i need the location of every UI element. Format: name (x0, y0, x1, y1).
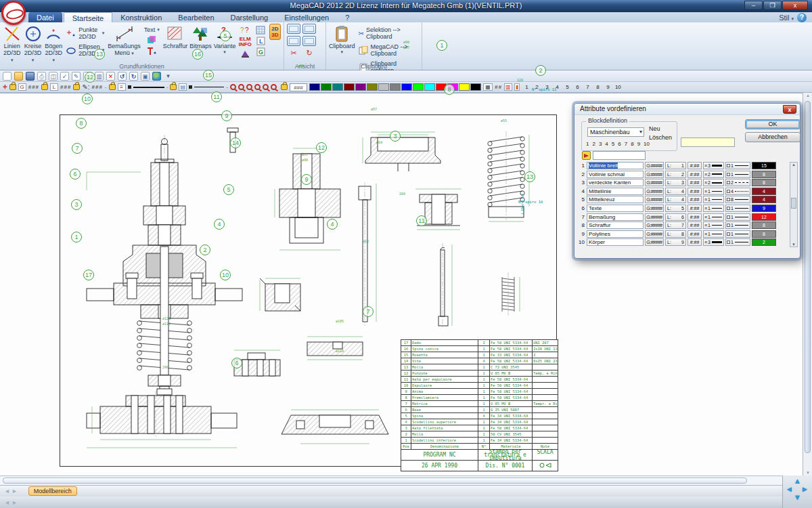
linetype-button[interactable]: 1 (725, 238, 750, 246)
color-swatch-10[interactable] (413, 83, 424, 91)
color-cell[interactable]: 8 (752, 230, 776, 238)
punkte-button[interactable]: Punkte 2D/3D▾ (65, 26, 106, 41)
block-number-2[interactable]: 2 (592, 141, 595, 147)
group-button[interactable]: G:##### (645, 205, 664, 212)
lock-icon[interactable] (9, 84, 16, 90)
color-cell[interactable]: 2 (752, 238, 776, 246)
close-button[interactable]: x (782, 1, 808, 10)
group-button[interactable]: G:##### (645, 171, 664, 178)
block-name-input[interactable] (681, 137, 735, 147)
text-3d-icon[interactable] (147, 36, 157, 45)
open-folder-icon[interactable] (14, 72, 23, 81)
linien-button[interactable]: Linien 2D/3D ▾ (3, 24, 22, 62)
snap-number-3[interactable]: 3 (542, 84, 552, 90)
attribute-name-input[interactable]: Polylines (587, 230, 644, 238)
pan-left-icon[interactable]: ◄ (786, 485, 793, 493)
linetype-button[interactable]: 1 (725, 171, 750, 178)
linetype-button[interactable]: 1 (725, 205, 750, 212)
attribute-name-input[interactable]: Mittelkreuz (587, 196, 644, 203)
loeschen-label[interactable]: Löschen (649, 134, 672, 141)
hash-button[interactable]: #:## (687, 238, 702, 246)
tab-modellbereich[interactable]: Modellbereich (28, 486, 77, 496)
attribute-magic-icon[interactable]: ?? (240, 26, 250, 35)
layer-button[interactable]: L:7 (665, 221, 686, 229)
view-copy-icon[interactable] (302, 24, 316, 34)
pan-down-icon[interactable]: ▼ (794, 493, 801, 501)
group-value[interactable]: ### (28, 84, 39, 90)
dialog-scrollbar-thumb[interactable] (791, 198, 796, 209)
pen-value[interactable]: ### (92, 84, 103, 90)
hash-button[interactable]: #:## (687, 171, 702, 178)
minimize-button[interactable]: – (744, 1, 763, 10)
megacad-clipboard-button[interactable]: MegaCAD --> Clipboard (357, 43, 419, 58)
more-dropdown-icon[interactable]: ▾ (164, 72, 173, 81)
dialog-close-button[interactable]: x (783, 105, 796, 114)
tab-startseite[interactable]: Startseite (64, 12, 112, 22)
linetype-button[interactable]: 1 (725, 221, 750, 229)
zoom-tool-icon[interactable] (271, 84, 277, 90)
elm-info-button[interactable]: ELM INFO (238, 37, 252, 47)
layer-button[interactable]: L:1 (665, 162, 686, 169)
hash-button[interactable]: #:## (687, 230, 702, 238)
attribute-name-input[interactable]: Schraffur (587, 221, 644, 229)
color-swatch-12[interactable] (436, 83, 447, 91)
horizontal-scrollbar[interactable] (0, 475, 793, 485)
2d-3d-toggle[interactable]: 2D3D (269, 24, 281, 40)
clipboard-button[interactable]: Clipboard ▾ (329, 24, 355, 62)
block-number-6[interactable]: 6 (618, 141, 621, 147)
view-window-icon[interactable] (287, 24, 300, 34)
group-button[interactable]: G:##### (645, 238, 664, 246)
linetype-icon[interactable]: ▤ (179, 83, 187, 91)
stripe-icon[interactable]: ▮ (514, 83, 520, 91)
group-button[interactable]: G:##### (645, 196, 664, 203)
color-swatch-7[interactable] (378, 83, 389, 91)
color-swatch-13[interactable] (447, 83, 458, 91)
tab-datei[interactable]: Datei (28, 12, 62, 22)
layer-select-icon[interactable]: L (50, 83, 58, 91)
block-number-1[interactable]: 1 (586, 141, 589, 147)
attribute-name-input[interactable]: verdeckte Kanten (587, 179, 644, 186)
hash-button[interactable]: #:## (687, 196, 702, 203)
hash-button[interactable]: #:## (687, 221, 702, 229)
group-g-icon[interactable]: G (256, 47, 266, 56)
neu-label[interactable]: Neu (649, 125, 660, 132)
tab-einstellungen[interactable]: Einstellungen (276, 12, 337, 22)
attribute-name-input[interactable]: Vollinie breit (587, 162, 644, 169)
macro-icon[interactable]: ▣ (141, 72, 150, 81)
schraffur-button[interactable]: Schraffur (163, 24, 187, 62)
solid-tool-icon[interactable] (240, 49, 250, 58)
zoom-tool-icon[interactable] (238, 84, 244, 90)
color-cell[interactable]: 8 (752, 179, 776, 186)
add-attr-icon[interactable]: ✛ (3, 84, 7, 90)
color-swatch-4[interactable] (344, 83, 355, 91)
boegen-button[interactable]: Bögen 2D/3D ▾ (44, 24, 63, 62)
text-pin-icon[interactable] (147, 47, 157, 56)
lock-icon[interactable] (41, 84, 48, 90)
dialog-title-bar[interactable]: Attribute vordefinieren x (574, 104, 800, 115)
hash-button[interactable]: #:## (687, 188, 702, 195)
snap-number-9[interactable]: 9 (603, 84, 613, 90)
color-cell[interactable]: 8 (752, 171, 776, 178)
linetype-button[interactable]: 4 (725, 188, 750, 195)
ok-button[interactable]: OK (745, 119, 800, 129)
layer-button[interactable]: L:9 (665, 238, 686, 246)
attribute-filter-input[interactable] (593, 151, 646, 160)
linewidth-sample[interactable] (133, 87, 164, 88)
pen-width-button[interactable]: ≡1 (703, 196, 724, 203)
bitmaps-button[interactable]: Bitmaps ▾ (189, 24, 212, 62)
linetype-button[interactable]: 1 (725, 162, 750, 169)
linetype-button[interactable]: 1 (725, 230, 750, 238)
linetype-button[interactable]: 1 (725, 213, 750, 221)
layer-button[interactable]: L:5 (665, 205, 686, 212)
hash-button[interactable]: #:## (687, 179, 702, 186)
color-globe-icon[interactable] (152, 72, 161, 81)
block-number-9[interactable]: 9 (637, 141, 640, 147)
color-swatch-2[interactable] (321, 83, 332, 91)
color-value-box[interactable]: ### (290, 83, 307, 91)
layer-button[interactable]: L:6 (665, 213, 686, 221)
block-number-10[interactable]: 10 (644, 141, 650, 147)
print-icon[interactable]: ⎙ (37, 72, 46, 81)
snap-number-2[interactable]: 2 (532, 84, 542, 90)
color-swatch-1[interactable] (309, 83, 320, 91)
variante-button[interactable]: ? Variante ▾ (214, 24, 236, 62)
